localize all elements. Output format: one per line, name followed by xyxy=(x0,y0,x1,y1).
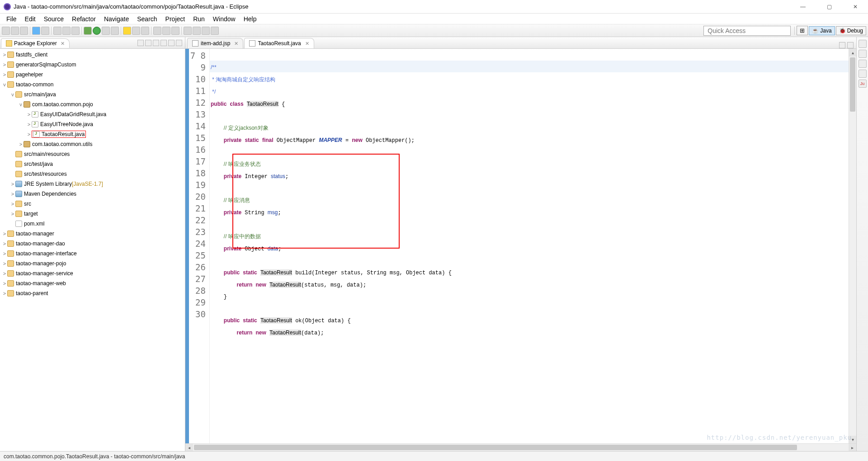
maximize-button[interactable]: ▢ xyxy=(820,4,838,10)
menu-help[interactable]: Help xyxy=(240,14,260,24)
scroll-thumb[interactable] xyxy=(850,57,855,112)
tree-item[interactable]: >taotao-manager-service xyxy=(0,268,185,278)
tree-twisty-icon[interactable]: > xyxy=(10,191,15,197)
new-icon[interactable] xyxy=(2,27,10,35)
back-icon[interactable] xyxy=(184,27,192,35)
editor-tab[interactable]: item-add.jsp✕ xyxy=(187,38,243,48)
tree-item[interactable]: >taotao-manager xyxy=(0,229,185,239)
tree-twisty-icon[interactable]: > xyxy=(18,141,24,147)
close-tab-icon[interactable]: ✕ xyxy=(305,41,309,47)
hscroll-thumb[interactable] xyxy=(194,445,797,450)
java-perspective-button[interactable]: ☕ Java xyxy=(809,26,835,35)
scroll-up-icon[interactable]: ▴ xyxy=(849,49,856,56)
toggle-breadcrumb-icon[interactable] xyxy=(32,27,40,35)
search-view-icon[interactable] xyxy=(859,70,867,78)
tree-item[interactable]: vcom.taotao.common.pojo xyxy=(0,99,185,109)
task-list-icon[interactable] xyxy=(859,50,867,58)
tree-item[interactable]: vsrc/main/java xyxy=(0,89,185,99)
tree-item[interactable]: >Maven Dependencies xyxy=(0,189,185,199)
code-editor[interactable]: /** * 淘淘商城自定义响应结构 */ public class Taotao… xyxy=(210,49,849,443)
tree-item[interactable]: >taotao-manager-pojo xyxy=(0,259,185,268)
debug-bug-icon[interactable] xyxy=(84,27,92,35)
new-class-icon[interactable] xyxy=(132,27,140,35)
tree-item[interactable]: >taotao-parent xyxy=(0,288,185,298)
open-task-icon[interactable] xyxy=(153,27,161,35)
link-editor-icon[interactable] xyxy=(145,40,151,46)
tree-item[interactable]: >taotao-manager-web xyxy=(0,278,185,288)
close-tab-icon[interactable]: ✕ xyxy=(234,41,238,47)
tree-item[interactable]: pom.xml xyxy=(0,219,185,229)
new-package-icon[interactable] xyxy=(123,27,131,35)
tree-twisty-icon[interactable]: > xyxy=(2,281,7,286)
tree-twisty-icon[interactable]: > xyxy=(2,52,7,57)
tree-twisty-icon[interactable]: > xyxy=(2,72,7,77)
package-explorer-tab[interactable]: Package Explorer ✕ xyxy=(1,38,70,48)
tree-twisty-icon[interactable]: v xyxy=(2,82,7,87)
tree-item[interactable]: >taotao-manager-dao xyxy=(0,239,185,249)
close-button[interactable]: ✕ xyxy=(846,4,864,10)
quick-access-input[interactable] xyxy=(703,26,791,36)
tree-item[interactable]: >EasyUIDataGridResult.java xyxy=(0,109,185,119)
last-edit-icon[interactable] xyxy=(202,27,210,35)
horizontal-scrollbar[interactable]: ◂ ▸ xyxy=(185,443,856,451)
minimize-editor-icon[interactable] xyxy=(839,42,845,48)
open-type-icon[interactable] xyxy=(53,27,61,35)
menu-search[interactable]: Search xyxy=(133,14,160,24)
tree-item[interactable]: >TaotaoResult.java xyxy=(0,129,185,139)
save-all-icon[interactable] xyxy=(20,27,28,35)
tree-twisty-icon[interactable]: > xyxy=(2,291,7,296)
tree-item[interactable]: src/test/java xyxy=(0,159,185,169)
tree-twisty-icon[interactable]: > xyxy=(10,201,15,207)
tree-twisty-icon[interactable]: > xyxy=(2,62,7,67)
external-tools-icon[interactable] xyxy=(111,27,119,35)
build-icon[interactable] xyxy=(41,27,49,35)
outline-icon[interactable] xyxy=(859,40,867,48)
menu-window[interactable]: Window xyxy=(209,14,239,24)
filter-icon[interactable] xyxy=(153,40,159,46)
tree-twisty-icon[interactable]: > xyxy=(26,122,32,127)
editor-tab[interactable]: TaotaoResult.java✕ xyxy=(244,38,314,48)
tree-item[interactable]: >com.taotao.common.utils xyxy=(0,139,185,149)
menu-source[interactable]: Source xyxy=(40,14,67,24)
tree-twisty-icon[interactable]: > xyxy=(26,112,32,117)
vertical-scrollbar[interactable]: ▴ ▾ xyxy=(849,49,856,443)
menu-run[interactable]: Run xyxy=(189,14,208,24)
tree-item[interactable]: >fastdfs_client xyxy=(0,50,185,60)
coverage-icon[interactable] xyxy=(102,27,110,35)
run-icon[interactable] xyxy=(93,27,101,35)
menu-navigate[interactable]: Navigate xyxy=(100,14,132,24)
tree-twisty-icon[interactable]: > xyxy=(2,271,7,276)
tree-item[interactable]: src/main/resources xyxy=(0,149,185,159)
maximize-view-icon[interactable] xyxy=(176,40,182,46)
annotation-icon[interactable] xyxy=(71,27,80,35)
minimize-view-icon[interactable] xyxy=(168,40,175,46)
tree-twisty-icon[interactable]: > xyxy=(26,132,32,137)
close-icon[interactable]: ✕ xyxy=(61,41,65,47)
menu-refactor[interactable]: Refactor xyxy=(68,14,99,24)
project-tree[interactable]: >fastdfs_client>generatorSqlmapCustom>pa… xyxy=(0,49,185,451)
tree-item[interactable]: >target xyxy=(0,209,185,219)
view-menu-icon[interactable] xyxy=(160,40,167,46)
collapse-all-icon[interactable] xyxy=(137,40,144,46)
next-annotation-icon[interactable] xyxy=(211,27,219,35)
tree-twisty-icon[interactable]: > xyxy=(2,261,7,266)
tree-item[interactable]: >taotao-manager-interface xyxy=(0,249,185,259)
junit-icon[interactable]: Ju xyxy=(859,80,867,88)
tree-item[interactable]: >src xyxy=(0,199,185,209)
save-icon[interactable] xyxy=(11,27,19,35)
scroll-left-icon[interactable]: ◂ xyxy=(185,444,193,451)
open-perspective-icon[interactable]: ⊞ xyxy=(797,26,808,35)
tree-item[interactable]: vtaotao-common xyxy=(0,80,185,89)
scroll-right-icon[interactable]: ▸ xyxy=(849,444,856,451)
tree-twisty-icon[interactable]: > xyxy=(2,231,7,236)
tree-twisty-icon[interactable]: v xyxy=(18,102,24,107)
pin-icon[interactable] xyxy=(162,27,170,35)
search-icon[interactable] xyxy=(62,27,71,35)
tree-item[interactable]: >JRE System Library [JavaSE-1.7] xyxy=(0,179,185,189)
tree-twisty-icon[interactable]: > xyxy=(10,211,15,216)
tree-item[interactable]: >generatorSqlmapCustom xyxy=(0,60,185,70)
wand-icon[interactable] xyxy=(171,27,179,35)
tree-item[interactable]: >pagehelper xyxy=(0,70,185,80)
debug-perspective-button[interactable]: 🐞 Debug xyxy=(836,26,866,35)
forward-icon[interactable] xyxy=(193,27,201,35)
